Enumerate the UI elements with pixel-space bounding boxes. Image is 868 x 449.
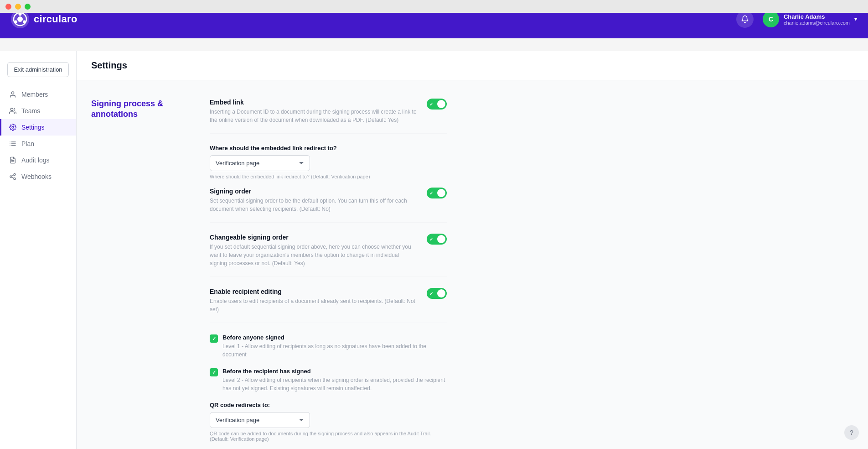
before-recipient-signed-desc: Level 2 - Allow editing of recipients wh… xyxy=(222,376,447,392)
logo-text: circularo xyxy=(34,13,78,25)
teams-label: Teams xyxy=(21,107,40,115)
changeable-signing-order-toggle[interactable]: ✓ xyxy=(427,234,447,245)
user-menu[interactable]: C Charlie Adams charlie.adams@circularo.… xyxy=(763,13,857,27)
audit-logs-icon xyxy=(9,157,17,164)
svg-point-7 xyxy=(10,108,13,110)
before-anyone-signed-item: ✓ Before anyone signed Level 1 - Allow e… xyxy=(210,334,447,359)
embed-link-redirect-hint: Where should the embedded link redirect … xyxy=(210,174,447,179)
user-email: charlie.adams@circularo.com xyxy=(784,20,850,26)
embed-link-redirect-label: Where should the embedded link redirect … xyxy=(210,145,447,151)
plan-icon xyxy=(9,140,17,147)
embed-link-redirect-select[interactable]: Verification page Document page Home pag… xyxy=(210,155,310,171)
before-recipient-signed-checkbox[interactable]: ✓ xyxy=(210,368,218,376)
help-icon: ? xyxy=(850,429,853,436)
page-header: Settings xyxy=(77,51,868,80)
enable-recipient-editing-setting: Enable recipient editing Enable users to… xyxy=(210,288,447,323)
section-title: Signing process & annotations xyxy=(91,99,182,120)
signing-order-setting: Signing order Set sequential signing ord… xyxy=(210,188,447,223)
members-icon xyxy=(9,91,17,98)
logo: circularo xyxy=(11,13,78,28)
sidebar-item-teams[interactable]: Teams xyxy=(0,103,76,119)
qr-code-redirect-select[interactable]: Verification page Document page Home pag… xyxy=(210,412,310,428)
app-header: circularo C Charlie Adams charlie.adams@… xyxy=(0,13,868,38)
sidebar-item-plan[interactable]: Plan xyxy=(0,136,76,152)
embed-link-title: Embed link xyxy=(210,99,418,106)
sidebar-item-webhooks[interactable]: Webhooks xyxy=(0,168,76,185)
enable-recipient-editing-toggle[interactable]: ✓ xyxy=(427,288,447,299)
help-button[interactable]: ? xyxy=(844,425,859,440)
before-anyone-signed-desc: Level 1 - Allow editing of recipients as… xyxy=(222,342,447,359)
mac-minimize-button[interactable] xyxy=(15,4,21,10)
chevron-down-icon: ▾ xyxy=(854,16,857,22)
settings-icon xyxy=(9,124,17,131)
sidebar-item-members[interactable]: Members xyxy=(0,86,76,103)
svg-point-8 xyxy=(12,126,14,128)
before-recipient-signed-label: Before the recipient has signed xyxy=(222,368,447,375)
settings-section: Embed link Inserting a Document ID to a … xyxy=(210,99,447,449)
mac-titlebar xyxy=(0,0,868,13)
notification-bell-button[interactable] xyxy=(736,13,754,28)
signing-order-desc: Set sequential signing order to be the d… xyxy=(210,197,418,213)
before-anyone-signed-checkbox[interactable]: ✓ xyxy=(210,334,218,343)
sidebar-nav: Members Teams xyxy=(0,86,76,185)
changeable-signing-order-setting: Changeable signing order If you set defa… xyxy=(210,234,447,277)
user-name: Charlie Adams xyxy=(784,13,850,20)
sidebar: Exit administration Members xyxy=(0,51,77,449)
qr-code-redirect-hint: QR code can be added to documents during… xyxy=(210,431,447,442)
signing-order-title: Signing order xyxy=(210,188,418,195)
webhooks-label: Webhooks xyxy=(21,173,52,180)
before-recipient-signed-item: ✓ Before the recipient has signed Level … xyxy=(210,368,447,392)
before-anyone-signed-label: Before anyone signed xyxy=(222,334,447,341)
changeable-signing-order-title: Changeable signing order xyxy=(210,234,418,241)
exit-administration-button[interactable]: Exit administration xyxy=(7,62,69,77)
qr-code-redirect-group: QR code redirects to: Verification page … xyxy=(210,402,447,442)
content-area: Signing process & annotations Embed link… xyxy=(77,80,868,449)
header-right: C Charlie Adams charlie.adams@circularo.… xyxy=(736,13,857,28)
mac-maximize-button[interactable] xyxy=(25,4,31,10)
embed-link-toggle[interactable]: ✓ xyxy=(427,99,447,110)
enable-recipient-editing-desc: Enable users to edit recipients of a doc… xyxy=(210,297,418,313)
sidebar-item-settings[interactable]: Settings xyxy=(0,119,76,136)
avatar: C xyxy=(763,13,779,27)
svg-point-2 xyxy=(17,16,23,22)
logo-icon xyxy=(11,13,29,28)
svg-point-4 xyxy=(23,21,26,24)
svg-line-20 xyxy=(12,177,14,178)
plan-label: Plan xyxy=(21,140,34,147)
teams-icon xyxy=(9,107,17,115)
settings-label: Settings xyxy=(21,124,45,131)
page-title: Settings xyxy=(91,60,853,71)
enable-recipient-editing-title: Enable recipient editing xyxy=(210,288,418,295)
signing-order-toggle[interactable]: ✓ xyxy=(427,188,447,198)
embed-link-desc: Inserting a Document ID to a document du… xyxy=(210,108,418,124)
svg-line-21 xyxy=(12,175,14,176)
sidebar-item-audit-logs[interactable]: Audit logs xyxy=(0,152,76,168)
section-label: Signing process & annotations xyxy=(91,99,182,449)
webhooks-icon xyxy=(9,173,17,180)
svg-point-6 xyxy=(11,92,14,94)
embed-link-redirect-group: Where should the embedded link redirect … xyxy=(210,145,447,179)
qr-code-redirect-label: QR code redirects to: xyxy=(210,402,447,408)
changeable-signing-order-desc: If you set default sequential signing or… xyxy=(210,243,418,267)
audit-logs-label: Audit logs xyxy=(21,157,49,164)
members-label: Members xyxy=(21,91,48,98)
main-content: Settings Signing process & annotations xyxy=(77,51,868,449)
embed-link-setting: Embed link Inserting a Document ID to a … xyxy=(210,99,447,134)
svg-point-5 xyxy=(14,21,17,24)
mac-close-button[interactable] xyxy=(5,4,11,10)
